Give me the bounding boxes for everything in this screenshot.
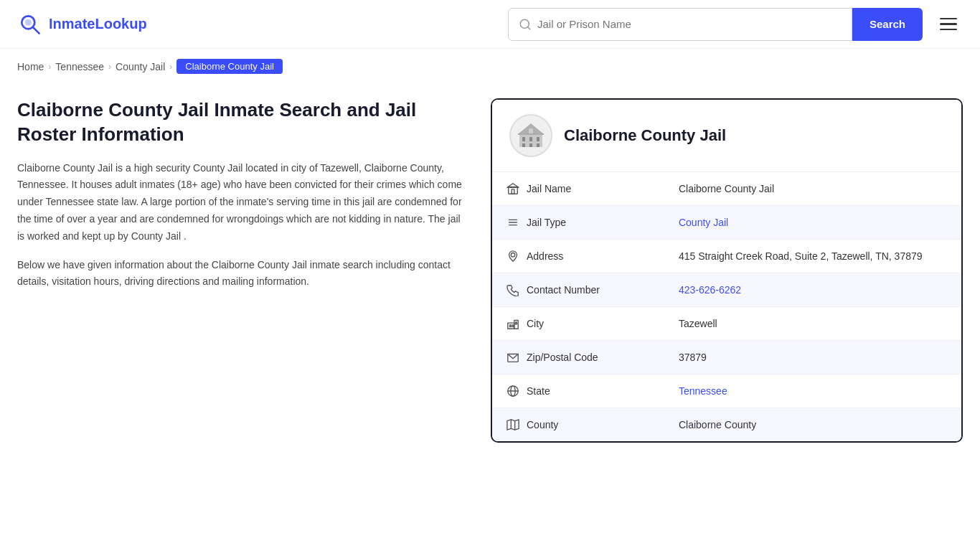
- table-row: StateTennessee: [492, 375, 961, 408]
- field-label: State: [527, 385, 550, 397]
- breadcrumb-current: Claiborne County Jail: [176, 59, 283, 74]
- svg-rect-8: [537, 137, 540, 141]
- building-icon: [507, 182, 519, 195]
- svg-rect-24: [510, 325, 512, 327]
- field-value-link[interactable]: 423-626-6262: [679, 284, 741, 296]
- table-value-cell: Tazewell: [664, 307, 961, 341]
- field-label: County: [527, 419, 558, 430]
- jail-avatar: [509, 114, 552, 157]
- svg-marker-31: [507, 420, 519, 430]
- table-row: Address415 Straight Creek Road, Suite 2,…: [492, 240, 961, 273]
- logo-icon: [17, 11, 43, 37]
- table-row: Contact Number423-626-6262: [492, 273, 961, 307]
- svg-rect-9: [522, 143, 525, 147]
- svg-rect-11: [537, 143, 540, 147]
- breadcrumb-home[interactable]: Home: [17, 61, 44, 72]
- location-icon: [507, 250, 519, 263]
- table-row: CountyClaiborne County: [492, 408, 961, 442]
- table-value-cell[interactable]: County Jail: [664, 206, 961, 240]
- svg-rect-25: [512, 325, 514, 327]
- hamburger-line1: [940, 18, 957, 20]
- city-icon: [507, 317, 519, 330]
- svg-line-4: [527, 27, 529, 29]
- svg-rect-13: [529, 128, 533, 134]
- phone-icon: [507, 283, 519, 296]
- field-label: Address: [527, 250, 563, 262]
- page-description-2: Below we have given information about th…: [17, 257, 462, 291]
- svg-rect-10: [529, 143, 532, 147]
- search-input-wrap: [508, 8, 852, 41]
- field-label: City: [527, 318, 544, 329]
- table-row: Jail NameClaiborne County Jail: [492, 172, 961, 206]
- svg-rect-14: [518, 133, 544, 135]
- table-label-cell: Jail Name: [492, 172, 664, 206]
- table-label-cell: Address: [492, 240, 664, 273]
- svg-rect-6: [522, 137, 525, 141]
- card-title: Claiborne County Jail: [564, 126, 726, 145]
- table-value-cell: Claiborne County: [664, 408, 961, 442]
- table-value-cell: 415 Straight Creek Road, Suite 2, Tazewe…: [664, 240, 961, 273]
- breadcrumb-chevron-1: ›: [48, 62, 51, 72]
- search-area: Search: [508, 8, 963, 41]
- svg-rect-17: [512, 189, 514, 194]
- page-title: Claiborne County Jail Inmate Search and …: [17, 98, 462, 147]
- main-content: Claiborne County Jail Inmate Search and …: [0, 84, 980, 471]
- logo[interactable]: InmateLookup: [17, 11, 147, 37]
- table-label-cell: County: [492, 408, 664, 442]
- list-icon: [507, 216, 519, 229]
- svg-rect-26: [516, 322, 517, 324]
- table-row: Zip/Postal Code37879: [492, 341, 961, 375]
- envelope-icon: [507, 351, 519, 364]
- hamburger-line2: [940, 23, 957, 25]
- table-value-cell: 37879: [664, 341, 961, 375]
- menu-button[interactable]: [934, 12, 963, 37]
- table-value-cell[interactable]: 423-626-6262: [664, 273, 961, 307]
- header: InmateLookup Search: [0, 0, 980, 49]
- svg-point-21: [511, 253, 514, 257]
- page-description-1: Claiborne County Jail is a high security…: [17, 160, 462, 245]
- logo-text: InmateLookup: [49, 16, 147, 32]
- svg-point-2: [25, 19, 32, 25]
- table-label-cell: State: [492, 375, 664, 408]
- table-row: Jail TypeCounty Jail: [492, 206, 961, 240]
- courthouse-icon: [515, 120, 547, 151]
- breadcrumb-tennessee[interactable]: Tennessee: [55, 61, 104, 72]
- search-button[interactable]: Search: [852, 8, 923, 41]
- jail-info-card: Claiborne County Jail Jail NameClaiborne…: [491, 98, 963, 443]
- card-header: Claiborne County Jail: [492, 100, 961, 172]
- field-value-link[interactable]: County Jail: [679, 217, 728, 228]
- breadcrumb-county-jail[interactable]: County Jail: [116, 61, 165, 72]
- table-label-cell: City: [492, 307, 664, 341]
- table-row: CityTazewell: [492, 307, 961, 341]
- map-icon: [507, 418, 519, 431]
- field-label: Jail Name: [527, 183, 571, 194]
- table-value-cell: Claiborne County Jail: [664, 172, 961, 206]
- globe-icon: [507, 385, 519, 397]
- table-value-cell[interactable]: Tennessee: [664, 375, 961, 408]
- field-label: Contact Number: [527, 284, 600, 296]
- svg-line-1: [33, 27, 39, 33]
- table-label-cell: Contact Number: [492, 273, 664, 307]
- svg-rect-7: [529, 137, 532, 141]
- field-label: Jail Type: [527, 217, 566, 228]
- breadcrumb: Home › Tennessee › County Jail › Claibor…: [0, 49, 980, 84]
- search-input[interactable]: [537, 18, 842, 30]
- breadcrumb-chevron-2: ›: [108, 62, 111, 72]
- search-icon: [519, 18, 532, 31]
- info-table: Jail NameClaiborne County JailJail TypeC…: [492, 172, 961, 441]
- table-label-cell: Zip/Postal Code: [492, 341, 664, 375]
- left-panel: Claiborne County Jail Inmate Search and …: [17, 98, 491, 291]
- table-label-cell: Jail Type: [492, 206, 664, 240]
- hamburger-line3: [940, 29, 957, 31]
- field-label: Zip/Postal Code: [527, 352, 598, 363]
- field-value-link[interactable]: Tennessee: [679, 385, 727, 397]
- breadcrumb-chevron-3: ›: [169, 62, 172, 72]
